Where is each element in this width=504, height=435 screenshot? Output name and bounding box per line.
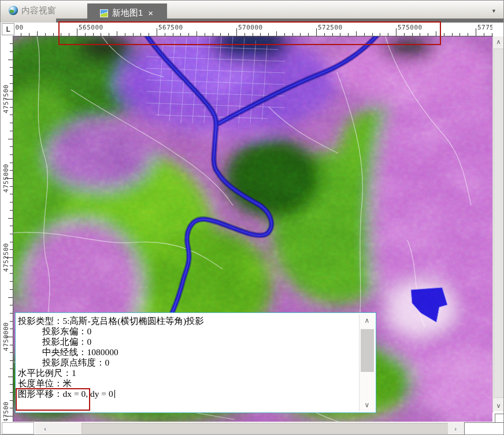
map-view-frame: L 56250056500056750057000057250057500057…: [1, 23, 504, 435]
panel-scroll-down-icon[interactable]: ∨: [360, 400, 375, 410]
ruler-tick: [117, 31, 117, 36]
map-application-window: 内容视窗 新地图1 × ▼ L 562500565000567500570000…: [0, 0, 504, 435]
scroll-down-icon[interactable]: ∨: [493, 400, 504, 411]
projection-line: 图形平移：dx = 0, dy = 0: [18, 389, 357, 399]
ruler-tick: [8, 218, 13, 219]
tab-new-map-1-label: 新地图1: [112, 8, 143, 19]
projection-info-text: 投影类型：5:高斯-克吕格(横切椭圆柱等角)投影投影东偏：0投影北偏：0中央经线…: [18, 316, 357, 411]
vertical-ruler: 47575004755000475250047500004747500: [2, 36, 13, 421]
ruler-label: 4757500: [2, 79, 10, 119]
ruler-label: 4747500: [2, 396, 10, 421]
projection-line: 投影东偏：0: [18, 326, 357, 337]
ruler-tick: [37, 31, 38, 36]
ruler-tick: [356, 31, 357, 36]
ruler-label: 570000: [238, 24, 263, 31]
horizontal-scroll-thumb[interactable]: [81, 423, 453, 434]
ruler-tick: [8, 377, 13, 377]
ruler-tick: [197, 31, 197, 36]
ruler-corner-button[interactable]: L: [2, 23, 14, 35]
projection-line: 投影北偏：0: [18, 337, 357, 347]
scroll-left-icon[interactable]: ‹: [36, 422, 54, 434]
ruler-label: 4755000: [2, 158, 10, 198]
ruler-label: 577500: [477, 24, 492, 31]
ruler-label: 575000: [398, 24, 423, 31]
ruler-tick: [8, 139, 13, 139]
projection-info-panel[interactable]: 投影类型：5:高斯-克吕格(横切椭圆柱等角)投影投影东偏：0投影北偏：0中央经线…: [15, 312, 376, 413]
vertical-scrollbar[interactable]: ∧ ∨: [492, 36, 504, 411]
map-document-icon: [100, 9, 108, 17]
tab-strip: [56, 19, 504, 23]
ruler-tick: [276, 31, 277, 36]
projection-line: 中央经线：1080000: [18, 347, 357, 357]
tab-bar: 内容视窗 新地图1 × ▼: [1, 1, 503, 23]
tab-content-view[interactable]: 内容视窗: [9, 4, 56, 17]
panel-scrollbar[interactable]: ∧ ∨: [359, 314, 375, 411]
ruler-tick: [157, 28, 157, 36]
ruler-tick: [8, 60, 13, 60]
globe-icon: [9, 6, 18, 15]
scroll-right-icon[interactable]: ›: [448, 422, 463, 434]
ruler-tick: [476, 28, 476, 36]
ruler-tick: [8, 297, 13, 298]
ruler-label: 4752500: [2, 237, 10, 278]
vertical-scroll-thumb[interactable]: [494, 49, 504, 398]
scrollbar-corner-left: [2, 422, 34, 434]
panel-scroll-up-icon[interactable]: ∧: [360, 315, 375, 326]
projection-line: 长度单位：米: [18, 378, 357, 389]
scroll-up-icon[interactable]: ∧: [493, 36, 504, 47]
text-caret: [114, 390, 115, 398]
resize-corner: [464, 422, 504, 435]
projection-line: 投影类型：5:高斯-克吕格(横切椭圆柱等角)投影: [18, 316, 357, 326]
ruler-tick: [236, 28, 237, 36]
ruler-label: 4750000: [2, 316, 10, 357]
ruler-label: 572500: [318, 24, 343, 31]
ruler-tick: [436, 31, 436, 36]
close-tab-icon[interactable]: ×: [147, 9, 154, 17]
ruler-label: 567500: [158, 24, 183, 31]
horizontal-scrollbar-row: ‹ ›: [1, 422, 504, 435]
ruler-tick: [316, 28, 317, 36]
horizontal-ruler: 5625005650005675005700005725005750005775…: [16, 23, 492, 36]
ruler-label: 565000: [79, 24, 103, 31]
tab-content-view-label: 内容视窗: [21, 5, 56, 16]
ruler-tick: [396, 28, 396, 36]
tab-overflow-dropdown-icon[interactable]: ▼: [491, 8, 496, 14]
ruler-label: 562500: [16, 24, 24, 31]
projection-line: 投影原点纬度：0: [18, 357, 357, 368]
panel-scroll-thumb[interactable]: [361, 329, 374, 372]
projection-line: 水平比例尺：1: [18, 368, 357, 378]
ruler-tick: [77, 28, 77, 36]
